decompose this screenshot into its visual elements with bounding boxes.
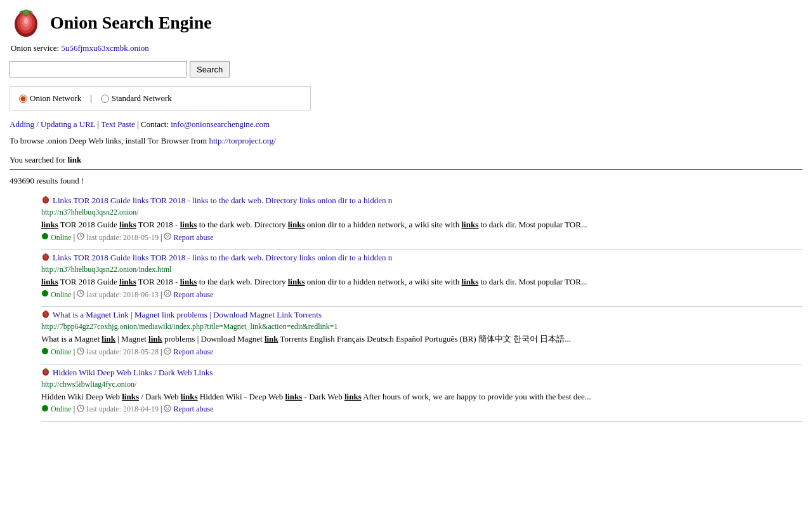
result-meta: Online | last update: 2018-05-19 | Repor…: [41, 232, 802, 243]
onion-result-icon: [41, 309, 50, 321]
result-title-link[interactable]: Links TOR 2018 Guide links TOR 2018 - li…: [53, 253, 392, 263]
onion-logo-icon: [10, 6, 43, 39]
standard-network-radio[interactable]: [101, 95, 109, 103]
result-title-link[interactable]: Hidden Wiki Deep Web Links / Dark Web Li…: [53, 368, 213, 378]
svg-point-36: [168, 350, 169, 351]
last-update-text: last update: 2018-05-28: [86, 347, 159, 357]
svg-point-15: [166, 235, 167, 236]
result-item: Links TOR 2018 Guide links TOR 2018 - li…: [41, 252, 802, 307]
last-update-text: last update: 2018-06-13: [86, 290, 159, 300]
site-title: Onion Search Engine: [50, 13, 212, 33]
svg-point-44: [164, 405, 171, 411]
results-list: Links TOR 2018 Guide links TOR 2018 - li…: [10, 195, 802, 422]
svg-point-46: [168, 407, 169, 408]
result-snippet: links TOR 2018 Guide links TOR 2018 - li…: [41, 219, 802, 231]
result-meta: Online | last update: 2018-06-13 | Repor…: [41, 290, 802, 300]
report-icon: [164, 290, 171, 300]
svg-point-45: [166, 407, 167, 408]
result-snippet: links TOR 2018 Guide links TOR 2018 - li…: [41, 276, 802, 288]
network-selector: Onion Network | Standard Network: [10, 86, 311, 110]
onion-network-option[interactable]: Onion Network: [19, 93, 81, 104]
search-query-line: You searched for link: [10, 155, 802, 165]
add-url-link[interactable]: Adding / Updating a URL: [10, 119, 95, 129]
svg-rect-29: [45, 311, 47, 313]
online-status-text: Online: [51, 233, 72, 243]
svg-point-35: [166, 350, 167, 351]
text-paste-link[interactable]: Text Paste: [101, 119, 135, 129]
clock-icon: [77, 347, 84, 358]
onion-service-line: Onion service: 5u56fjmxu63xcmbk.onion: [11, 43, 802, 53]
svg-rect-19: [45, 253, 47, 256]
result-url-link[interactable]: http://n37hhelbuq3qsn22.onion/: [41, 208, 802, 217]
online-status-text: Online: [51, 404, 72, 414]
header: Onion Search Engine: [10, 6, 802, 39]
nav-links: Adding / Updating a URL | Text Paste | C…: [10, 119, 802, 130]
result-title-link[interactable]: Links TOR 2018 Guide links TOR 2018 - li…: [53, 196, 392, 206]
onion-result-icon: [41, 367, 50, 378]
svg-point-10: [42, 233, 48, 239]
clock-icon: [77, 290, 84, 300]
online-status-icon: [41, 347, 49, 358]
report-abuse-link[interactable]: Report abuse: [173, 404, 213, 414]
svg-point-16: [168, 235, 169, 236]
svg-rect-39: [45, 368, 47, 370]
contact-email-link[interactable]: info@onionsearchengine.com: [171, 119, 270, 129]
last-update-text: last update: 2018-04-19: [86, 404, 159, 414]
onion-result-icon: [41, 195, 50, 206]
svg-rect-9: [45, 196, 47, 199]
standard-network-option[interactable]: Standard Network: [101, 93, 172, 104]
report-abuse-link[interactable]: Report abuse: [173, 347, 213, 357]
result-item: What is a Magnet Link | Magnet link prob…: [41, 309, 802, 364]
search-button[interactable]: Search: [190, 61, 230, 77]
search-bar: Search: [10, 61, 802, 77]
result-item: Links TOR 2018 Guide links TOR 2018 - li…: [41, 195, 802, 250]
result-snippet: Hidden Wiki Deep Web links / Dark Web li…: [41, 391, 802, 403]
svg-point-14: [164, 233, 171, 239]
online-status-text: Online: [51, 347, 72, 357]
result-title-row: Links TOR 2018 Guide links TOR 2018 - li…: [41, 195, 802, 206]
result-meta: Online | last update: 2018-04-19 | Repor…: [41, 404, 802, 415]
result-url-link[interactable]: http://n37hhelbuq3qsn22.onion/index.html: [41, 265, 802, 274]
result-meta: Online | last update: 2018-05-28 | Repor…: [41, 347, 802, 358]
result-url-link[interactable]: http://chws5ibwliag4fyc.onion/: [41, 380, 802, 389]
clock-icon: [77, 232, 84, 243]
report-icon: [164, 232, 171, 243]
clock-icon: [77, 404, 84, 415]
report-abuse-link[interactable]: Report abuse: [173, 233, 213, 243]
online-status-icon: [41, 290, 49, 300]
result-title-row: Links TOR 2018 Guide links TOR 2018 - li…: [41, 252, 802, 264]
torproject-link[interactable]: http://torproject.org/: [209, 136, 276, 145]
onion-network-radio[interactable]: [19, 95, 27, 103]
online-status-icon: [41, 232, 49, 243]
svg-point-24: [164, 290, 171, 297]
report-icon: [164, 404, 171, 415]
result-item: Hidden Wiki Deep Web Links / Dark Web Li…: [41, 367, 802, 422]
result-snippet: What is a Magnet link | Magnet link prob…: [41, 333, 802, 345]
svg-point-26: [168, 293, 169, 294]
svg-point-40: [42, 405, 48, 411]
result-title-link[interactable]: What is a Magnet Link | Magnet link prob…: [53, 310, 322, 320]
result-title-row: Hidden Wiki Deep Web Links / Dark Web Li…: [41, 367, 802, 378]
query-divider: [10, 169, 802, 170]
result-url-link[interactable]: http://7bpp64gz27coxhjg.onion/mediawiki/…: [41, 322, 802, 331]
svg-point-25: [166, 293, 167, 294]
online-status-icon: [41, 404, 49, 415]
search-term: link: [67, 155, 81, 164]
onion-result-icon: [41, 252, 50, 264]
report-abuse-link[interactable]: Report abuse: [173, 290, 213, 300]
onion-service-link[interactable]: 5u56fjmxu63xcmbk.onion: [61, 43, 148, 53]
results-count: 493690 results found !: [10, 176, 802, 186]
svg-point-20: [42, 290, 48, 297]
tor-info: To browse .onion Deep Web links, install…: [10, 136, 802, 146]
report-icon: [164, 347, 171, 358]
search-input[interactable]: [10, 61, 187, 77]
result-title-row: What is a Magnet Link | Magnet link prob…: [41, 309, 802, 321]
svg-point-34: [164, 348, 171, 354]
last-update-text: last update: 2018-05-19: [86, 233, 159, 243]
svg-point-30: [42, 348, 48, 354]
svg-point-4: [24, 18, 28, 24]
online-status-text: Online: [51, 290, 72, 300]
